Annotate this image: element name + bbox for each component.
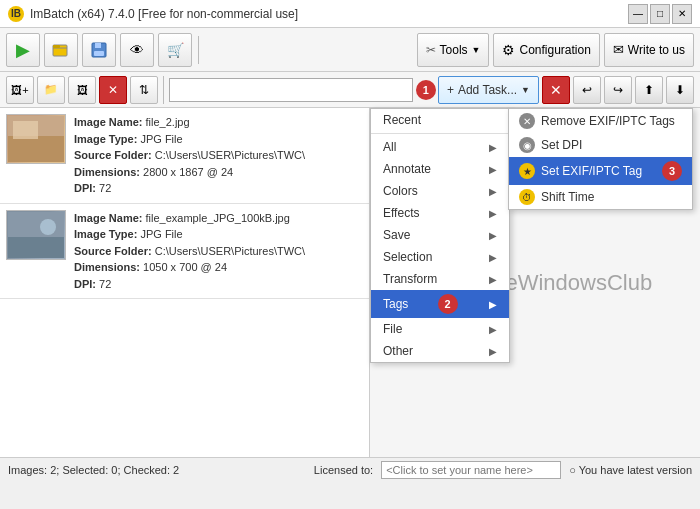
menu-label-other: Other — [383, 344, 413, 358]
sort-button[interactable]: ⇅ — [130, 76, 158, 104]
submenu-item-set-exif[interactable]: ★ Set EXIF/IPTC Tag 3 — [509, 157, 692, 185]
arrow-icon: ▶ — [489, 346, 497, 357]
app-icon: IB — [8, 6, 24, 22]
file-dims-1: 2800 x 1867 @ 24 — [143, 166, 233, 178]
write-to-us-button[interactable]: ✉ Write to us — [604, 33, 694, 67]
file-type-1: JPG File — [140, 133, 182, 145]
file-source-2: C:\Users\USER\Pictures\TWC\ — [155, 245, 305, 257]
save-button[interactable] — [82, 33, 116, 67]
menu-item-recent[interactable]: Recent — [371, 109, 509, 131]
status-bar: Images: 2; Selected: 0; Checked: 2 Licen… — [0, 457, 700, 481]
file-dpi-1: 72 — [99, 182, 111, 194]
separator-2 — [163, 76, 164, 104]
menu-label-effects: Effects — [383, 206, 419, 220]
write-label: Write to us — [628, 43, 685, 57]
open-button[interactable] — [44, 33, 78, 67]
title-bar: IB ImBatch (x64) 7.4.0 [Free for non-com… — [0, 0, 700, 28]
licensed-label: Licensed to: — [314, 464, 373, 476]
file-info: Image Name: file_example_JPG_100kB.jpg I… — [74, 210, 363, 293]
image-view-button[interactable]: 🖼 — [68, 76, 96, 104]
arrow-icon: ▶ — [489, 142, 497, 153]
menu-label-annotate: Annotate — [383, 162, 431, 176]
play-button[interactable]: ▶ — [6, 33, 40, 67]
submenu-item-remove-exif[interactable]: ✕ Remove EXIF/IPTC Tags — [509, 109, 692, 133]
close-button[interactable]: ✕ — [672, 4, 692, 24]
dropdown-menu[interactable]: Recent All▶ Annotate▶ Colors▶ Effects▶ S… — [370, 108, 510, 363]
badge-1: 1 — [416, 80, 436, 100]
list-item[interactable]: Image Name: file_2.jpg Image Type: JPG F… — [0, 108, 369, 204]
menu-label-tags: Tags — [383, 297, 408, 311]
menu-item-effects[interactable]: Effects▶ — [371, 202, 509, 224]
file-thumbnail — [6, 210, 66, 260]
file-info: Image Name: file_2.jpg Image Type: JPG F… — [74, 114, 363, 197]
menu-item-transform[interactable]: Transform▶ — [371, 268, 509, 290]
file-list[interactable]: Image Name: file_2.jpg Image Type: JPG F… — [0, 108, 370, 457]
preview-button[interactable]: 👁 — [120, 33, 154, 67]
cart-button[interactable]: 🛒 — [158, 33, 192, 67]
task-action-2[interactable]: ↪ — [604, 76, 632, 104]
add-task-button[interactable]: + Add Task... ▼ — [438, 76, 539, 104]
images-info: Images: 2; Selected: 0; Checked: 2 — [8, 464, 179, 476]
svg-rect-3 — [95, 43, 101, 48]
set-dpi-icon: ◉ — [519, 137, 535, 153]
maximize-button[interactable]: □ — [650, 4, 670, 24]
menu-item-other[interactable]: Other▶ — [371, 340, 509, 362]
add-task-arrow: ▼ — [521, 85, 530, 95]
menu-separator — [371, 133, 509, 134]
menu-item-tags[interactable]: Tags 2 ▶ — [371, 290, 509, 318]
main-toolbar: ▶ 👁 🛒 ✂ Tools ▼ ⚙ Configuration ✉ Write … — [0, 28, 700, 72]
delete-task-button[interactable]: ✕ — [542, 76, 570, 104]
submenu-item-set-dpi[interactable]: ◉ Set DPI — [509, 133, 692, 157]
arrow-icon: ▶ — [489, 186, 497, 197]
task-action-1[interactable]: ↩ — [573, 76, 601, 104]
svg-rect-6 — [8, 136, 64, 162]
submenu-label-remove-exif: Remove EXIF/IPTC Tags — [541, 114, 675, 128]
badge-3: 3 — [662, 161, 682, 181]
svg-point-10 — [40, 219, 56, 235]
svg-rect-4 — [94, 51, 104, 56]
menu-item-colors[interactable]: Colors▶ — [371, 180, 509, 202]
remove-exif-icon: ✕ — [519, 113, 535, 129]
submenu-item-shift-time[interactable]: ⏱ Shift Time — [509, 185, 692, 209]
menu-item-selection[interactable]: Selection▶ — [371, 246, 509, 268]
add-folder-button[interactable]: 📁 — [37, 76, 65, 104]
svg-rect-1 — [53, 45, 60, 48]
set-exif-icon: ★ — [519, 163, 535, 179]
menu-label-all: All — [383, 140, 396, 154]
arrow-icon: ▶ — [489, 252, 497, 263]
file-dpi-2: 72 — [99, 278, 111, 290]
menu-label-save: Save — [383, 228, 410, 242]
file-type-2: JPG File — [140, 228, 182, 240]
add-task-label: Add Task... — [458, 83, 517, 97]
arrow-icon: ▶ — [489, 208, 497, 219]
tools-arrow: ▼ — [472, 45, 481, 55]
list-item[interactable]: Image Name: file_example_JPG_100kB.jpg I… — [0, 204, 369, 300]
submenu-tags[interactable]: ✕ Remove EXIF/IPTC Tags ◉ Set DPI ★ Set … — [508, 108, 693, 210]
task-search-input[interactable] — [169, 78, 413, 102]
menu-label-colors: Colors — [383, 184, 418, 198]
submenu-label-shift-time: Shift Time — [541, 190, 594, 204]
arrow-icon: ▶ — [489, 230, 497, 241]
file-name-1: file_2.jpg — [146, 116, 190, 128]
tools-button[interactable]: ✂ Tools ▼ — [417, 33, 490, 67]
menu-item-file[interactable]: File▶ — [371, 318, 509, 340]
menu-label-file: File — [383, 322, 402, 336]
window-controls[interactable]: — □ ✕ — [628, 4, 692, 24]
task-up-button[interactable]: ⬆ — [635, 76, 663, 104]
arrow-icon: ▶ — [489, 299, 497, 310]
configuration-button[interactable]: ⚙ Configuration — [493, 33, 599, 67]
arrow-icon: ▶ — [489, 324, 497, 335]
task-down-button[interactable]: ⬇ — [666, 76, 694, 104]
menu-item-all[interactable]: All▶ — [371, 136, 509, 158]
badge-2: 2 — [438, 294, 458, 314]
plus-icon: + — [447, 83, 454, 97]
file-source-1: C:\Users\USER\Pictures\TWC\ — [155, 149, 305, 161]
remove-button[interactable]: ✕ — [99, 76, 127, 104]
minimize-button[interactable]: — — [628, 4, 648, 24]
add-image-button[interactable]: 🖼+ — [6, 76, 34, 104]
menu-item-annotate[interactable]: Annotate▶ — [371, 158, 509, 180]
menu-item-save[interactable]: Save▶ — [371, 224, 509, 246]
submenu-label-set-exif: Set EXIF/IPTC Tag — [541, 164, 642, 178]
licensed-input[interactable] — [381, 461, 561, 479]
tools-label: Tools — [440, 43, 468, 57]
